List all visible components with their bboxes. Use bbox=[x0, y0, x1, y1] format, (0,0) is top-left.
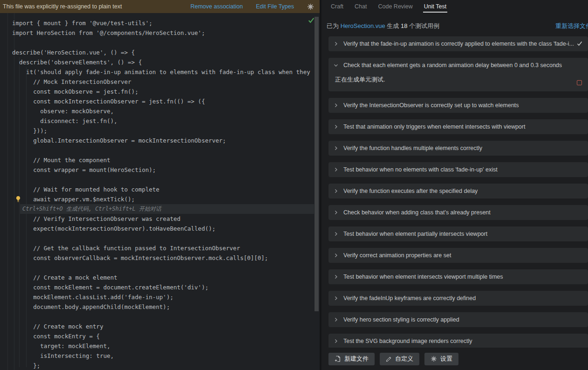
tab-unit-test[interactable]: Unit Test bbox=[424, 0, 446, 14]
test-case-title: Verify the function executes after the s… bbox=[343, 188, 493, 194]
test-case-card: Verify the fadeInUp keyframes are correc… bbox=[328, 291, 588, 306]
chevron-right-icon bbox=[334, 232, 338, 236]
code-line: })); bbox=[0, 126, 320, 136]
test-case-header[interactable]: Test behavior when no elements with clas… bbox=[328, 162, 588, 177]
inspection-ok-check-icon bbox=[308, 17, 315, 25]
test-case-header[interactable]: Check that each element gets a random an… bbox=[328, 58, 588, 73]
test-case-header[interactable]: Test behavior when element intersects vi… bbox=[328, 269, 588, 284]
chevron-down-icon bbox=[334, 63, 338, 68]
code-line: import HeroSection from '@/components/He… bbox=[0, 28, 320, 38]
remove-association-link[interactable]: Remove association bbox=[191, 3, 243, 10]
code-line: // Wait for mounted hook to complete bbox=[0, 185, 320, 194]
banner-message: This file was explicitly re-assigned to … bbox=[3, 3, 122, 10]
chevron-right-icon bbox=[334, 339, 338, 343]
test-case-card: Test behavior when element intersects vi… bbox=[328, 269, 588, 284]
test-case-title: Test behavior when no elements with clas… bbox=[343, 166, 513, 173]
code-line bbox=[0, 233, 320, 243]
test-case-title: Verify the IntersectionObserver is corre… bbox=[343, 102, 535, 109]
panel-header: 已为 HeroSection.vue 生成 18 个测试用例 重新选择文件 bbox=[321, 22, 588, 31]
generating-status-text: 正在生成单元测试. bbox=[328, 73, 588, 87]
editor-scrollbar[interactable] bbox=[315, 17, 319, 311]
chevron-right-icon bbox=[334, 41, 338, 46]
test-case-card: Verify the function handles multiple ele… bbox=[328, 141, 588, 156]
gear-icon[interactable] bbox=[307, 3, 314, 10]
test-case-card: Test behavior when element partially int… bbox=[328, 226, 588, 241]
test-case-title: Verify the function handles multiple ele… bbox=[343, 145, 498, 151]
code-line: global.IntersectionObserver = mockInters… bbox=[0, 136, 320, 145]
test-case-header[interactable]: Verify the fadeInUp keyframes are correc… bbox=[328, 291, 588, 306]
gear-icon bbox=[431, 356, 437, 362]
test-case-header[interactable]: Verify hero section styling is correctly… bbox=[328, 312, 588, 327]
chevron-right-icon bbox=[334, 210, 338, 215]
summary-suffix: 个测试用例 bbox=[407, 22, 439, 29]
lightbulb-icon[interactable] bbox=[15, 196, 21, 203]
test-case-list: Verify that the fade-in-up animation is … bbox=[328, 36, 588, 348]
inline-shortcut-hint: Ctrl+Shift+O 生成代码, Ctrl+Shift+L 开始对话 bbox=[20, 204, 314, 214]
test-case-header[interactable]: Verify the function executes after the s… bbox=[328, 184, 588, 199]
chevron-right-icon bbox=[334, 146, 338, 151]
panel-footer: 新建文件自定义设置 bbox=[321, 348, 588, 370]
code-line: mockElement.classList.add('fade-in-up'); bbox=[0, 292, 320, 302]
edit-file-types-link[interactable]: Edit File Types bbox=[256, 3, 294, 10]
test-case-title: Test that animation only triggers when e… bbox=[343, 123, 541, 130]
test-case-header[interactable]: Verify that the fade-in-up animation is … bbox=[328, 36, 588, 51]
code-line: // Create mock entry bbox=[0, 322, 320, 331]
test-case-header[interactable]: Test behavior when element partially int… bbox=[328, 226, 588, 241]
test-case-title: Verify hero section styling is correctly… bbox=[343, 316, 475, 323]
code-line: describe('HeroSection.vue', () => { bbox=[0, 48, 320, 57]
test-case-header[interactable]: Test the SVG background image renders co… bbox=[328, 334, 588, 348]
code-line: // Create a mock element bbox=[0, 273, 320, 282]
chevron-right-icon bbox=[334, 189, 338, 193]
panel-tabs: CraftChatCode ReviewUnit Test bbox=[321, 0, 588, 14]
new-file-icon bbox=[335, 356, 341, 362]
test-case-title: Test behavior when element partially int… bbox=[343, 231, 503, 237]
test-case-title: Verify that the fade-in-up animation is … bbox=[343, 41, 588, 47]
tab-craft[interactable]: Craft bbox=[331, 0, 343, 14]
test-case-header[interactable]: Verify the IntersectionObserver is corre… bbox=[328, 98, 588, 113]
code-line: const mockIntersectionObserver = jest.fn… bbox=[0, 96, 320, 106]
test-case-header[interactable]: Check behavior when adding class that's … bbox=[328, 205, 588, 220]
chevron-right-icon bbox=[334, 274, 338, 279]
test-case-title: Verify correct animation properties are … bbox=[343, 252, 467, 259]
code-line: import { mount } from '@vue/test-utils'; bbox=[0, 18, 320, 28]
test-case-header[interactable]: Verify correct animation properties are … bbox=[328, 248, 588, 263]
code-line: // Verify IntersectionObserver was creat… bbox=[0, 214, 320, 224]
code-line: // Mock IntersectionObserver bbox=[0, 77, 320, 87]
code-line: describe('observeElements', () => { bbox=[0, 57, 320, 67]
code-line: // Mount the component bbox=[0, 155, 320, 165]
code-line: it('should apply fade-in-up animation to… bbox=[0, 67, 320, 77]
code-line: observe: mockObserve, bbox=[0, 106, 320, 116]
code-line: const mockObserve = jest.fn(); bbox=[0, 87, 320, 96]
stop-generation-button[interactable] bbox=[577, 80, 582, 85]
file-link[interactable]: HeroSection.vue bbox=[341, 22, 385, 29]
test-case-title: Test the SVG background image renders co… bbox=[343, 338, 488, 344]
tab-chat[interactable]: Chat bbox=[355, 0, 367, 14]
test-case-title: Test behavior when element intersects vi… bbox=[343, 274, 519, 280]
reselect-file-link[interactable]: 重新选择文件 bbox=[555, 22, 588, 30]
test-case-header[interactable]: Verify the function handles multiple ele… bbox=[328, 141, 588, 156]
code-lines: import { mount } from '@vue/test-utils';… bbox=[0, 18, 320, 370]
test-case-header[interactable]: Test that animation only triggers when e… bbox=[328, 119, 588, 134]
test-case-card: Test that animation only triggers when e… bbox=[328, 119, 588, 134]
code-line bbox=[0, 38, 320, 48]
code-line bbox=[0, 175, 320, 185]
code-line: const mockElement = document.createEleme… bbox=[0, 282, 320, 292]
test-case-card: Verify correct animation properties are … bbox=[328, 248, 588, 263]
code-line bbox=[0, 263, 320, 273]
generated-summary: 已为 HeroSection.vue 生成 18 个测试用例 bbox=[327, 22, 439, 30]
code-line: isIntersecting: true, bbox=[0, 351, 320, 361]
code-editor[interactable]: import { mount } from '@vue/test-utils';… bbox=[0, 13, 320, 370]
check-icon bbox=[577, 41, 582, 46]
footer-button-label: 设置 bbox=[440, 355, 452, 363]
chevron-right-icon bbox=[334, 124, 338, 129]
chevron-right-icon bbox=[334, 167, 338, 172]
tab-code-review[interactable]: Code Review bbox=[378, 0, 413, 14]
gear-button[interactable]: 设置 bbox=[424, 353, 458, 365]
footer-button-label: 新建文件 bbox=[344, 355, 369, 363]
pencil-button[interactable]: 自定义 bbox=[380, 353, 419, 365]
chevron-right-icon bbox=[334, 253, 338, 258]
code-line: await wrapper.vm.$nextTick(); bbox=[0, 194, 320, 204]
new-file-button[interactable]: 新建文件 bbox=[328, 353, 375, 365]
summary-middle: 生成 bbox=[385, 22, 401, 29]
banner-actions: Remove association Edit File Types bbox=[191, 3, 314, 10]
